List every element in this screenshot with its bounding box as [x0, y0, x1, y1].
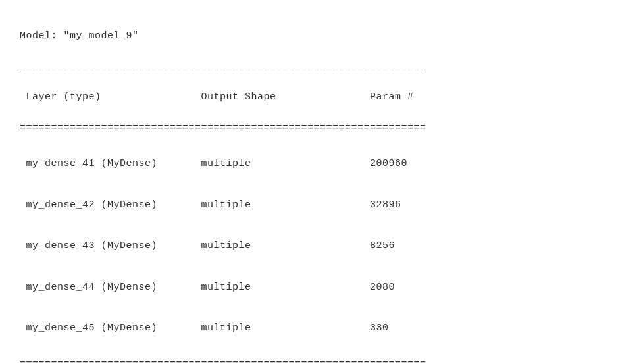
- output-shape-cell: multiple: [201, 282, 371, 293]
- param-count-cell: 32896: [370, 199, 401, 211]
- header-output: Output Shape: [201, 91, 371, 103]
- row-gap: [20, 218, 621, 233]
- output-shape-cell: multiple: [201, 158, 371, 169]
- separator-footer: ========================================…: [20, 357, 621, 364]
- row-gap: [20, 259, 621, 274]
- table-row: my_dense_41 (MyDense) multiple 200960: [20, 151, 621, 176]
- table-row: my_dense_44 (MyDense) multiple 2080: [20, 274, 621, 300]
- header-param: Param #: [370, 91, 414, 103]
- output-shape-cell: multiple: [201, 199, 371, 211]
- row-gap: [20, 177, 621, 192]
- layer-type-cell: my_dense_42 (MyDense): [20, 199, 201, 211]
- separator-header: ========================================…: [20, 120, 621, 136]
- param-count-cell: 200960: [370, 158, 407, 169]
- layer-type-cell: my_dense_45 (MyDense): [20, 323, 201, 334]
- param-count-cell: 2080: [370, 282, 395, 293]
- table-row: my_dense_42 (MyDense) multiple 32896: [20, 192, 621, 218]
- model-label: Model:: [20, 30, 57, 41]
- output-shape-cell: multiple: [201, 323, 371, 334]
- output-shape-cell: multiple: [201, 240, 371, 251]
- model-name-line: Model: "my_model_9": [20, 28, 621, 43]
- param-count-cell: 330: [370, 323, 389, 334]
- layer-type-cell: my_dense_44 (MyDense): [20, 282, 201, 293]
- table-row: my_dense_45 (MyDense) multiple 330: [20, 315, 621, 341]
- layer-type-cell: my_dense_43 (MyDense): [20, 240, 201, 251]
- model-name-value: "my_model_9": [64, 30, 139, 41]
- model-summary-output: Model: "my_model_9" ____________________…: [20, 13, 621, 364]
- row-gap: [20, 300, 621, 315]
- layers-table-body: my_dense_41 (MyDense) multiple 200960 my…: [20, 151, 621, 341]
- table-header-row: Layer (type) Output Shape Param #: [20, 90, 621, 105]
- separator-top: ________________________________________…: [20, 59, 621, 74]
- header-layer: Layer (type): [20, 91, 201, 103]
- table-row: my_dense_43 (MyDense) multiple 8256: [20, 233, 621, 259]
- param-count-cell: 8256: [370, 240, 395, 251]
- layer-type-cell: my_dense_41 (MyDense): [20, 158, 201, 169]
